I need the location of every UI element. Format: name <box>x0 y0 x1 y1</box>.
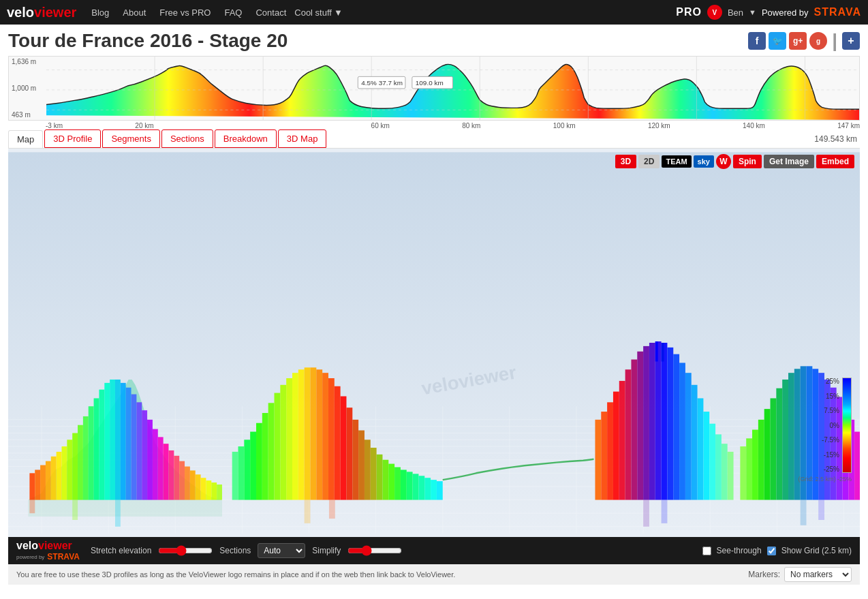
sections-select[interactable]: Auto Manual None <box>258 543 305 558</box>
svg-rect-133 <box>679 363 685 500</box>
svg-rect-95 <box>310 367 316 500</box>
svg-rect-96 <box>316 369 322 500</box>
bottom-bar: veloviewer powered by STRAVA Stretch ele… <box>8 537 860 564</box>
team-label: TEAM <box>662 155 691 168</box>
svg-rect-139 <box>715 434 722 500</box>
svg-rect-77 <box>211 482 217 500</box>
stretch-slider[interactable] <box>158 545 213 556</box>
facebook-icon[interactable]: f <box>748 32 766 50</box>
svg-rect-54 <box>89 406 94 500</box>
svg-rect-47 <box>51 457 57 500</box>
svg-rect-46 <box>46 461 51 500</box>
simplify-slider[interactable] <box>347 545 402 556</box>
tab-3d-map[interactable]: 3D Map <box>278 129 327 148</box>
cool-stuff-menu[interactable]: Cool stuff ▼ <box>294 7 343 18</box>
svg-rect-60 <box>121 383 126 500</box>
addbutton-icon[interactable]: + <box>842 32 860 50</box>
svg-rect-45 <box>40 465 46 500</box>
notice-text: You are free to use these 3D profiles as… <box>16 570 455 579</box>
powered-by-label: Powered by <box>762 7 809 18</box>
tab-segments[interactable]: Segments <box>102 129 160 148</box>
svg-rect-61 <box>126 388 131 500</box>
btn-spin[interactable]: Spin <box>733 155 762 168</box>
svg-rect-93 <box>298 369 305 500</box>
bottom-notice: You are free to use these 3D profiles as… <box>8 564 860 585</box>
tab-map[interactable]: Map <box>8 130 43 148</box>
svg-rect-141 <box>728 452 734 500</box>
logo-velo: velo <box>7 5 34 20</box>
svg-rect-58 <box>110 380 115 500</box>
svg-rect-88 <box>268 403 275 500</box>
svg-rect-136 <box>698 398 704 500</box>
bottom-logo: veloviewer powered by STRAVA <box>16 540 80 562</box>
svg-rect-98 <box>328 378 335 500</box>
svg-rect-90 <box>280 385 286 500</box>
btn-embed[interactable]: Embed <box>816 155 854 168</box>
bottom-right-controls: See-through Show Grid (2.5 km) <box>702 546 852 555</box>
svg-rect-117 <box>305 500 311 523</box>
svg-rect-50 <box>67 440 72 500</box>
social-icons: f 🐦 g+ g | + <box>748 30 860 52</box>
tab-breakdown[interactable]: Breakdown <box>215 129 277 148</box>
svg-rect-99 <box>335 386 341 500</box>
btn-3d[interactable]: 3D <box>615 155 636 168</box>
svg-rect-87 <box>262 413 268 500</box>
svg-rect-59 <box>115 380 121 500</box>
svg-rect-110 <box>401 470 407 500</box>
page-content: Tour de France 2016 - Stage 20 f 🐦 g+ g … <box>0 25 868 585</box>
svg-rect-108 <box>388 464 394 500</box>
tab-3d-profile[interactable]: 3D Profile <box>44 129 101 148</box>
svg-rect-111 <box>407 472 413 500</box>
markers-label: Markers: <box>748 570 780 579</box>
svg-rect-112 <box>413 474 419 500</box>
svg-rect-69 <box>168 450 174 500</box>
svg-rect-74 <box>196 474 201 500</box>
twitter-icon[interactable]: 🐦 <box>769 32 786 50</box>
btn-2d[interactable]: 2D <box>638 155 660 168</box>
nav-right: PRO V Ben ▼ Powered by STRAVA <box>676 5 861 20</box>
strava-brand: STRAVA <box>814 6 861 18</box>
googleshare-icon[interactable]: g <box>809 32 827 50</box>
see-through-checkbox[interactable] <box>702 547 711 555</box>
nav-freevspro[interactable]: Free vs PRO <box>154 7 216 18</box>
svg-rect-56 <box>99 390 104 500</box>
svg-rect-75 <box>201 478 206 500</box>
btn-get-image[interactable]: Get Image <box>764 155 814 168</box>
tab-sections[interactable]: Sections <box>161 129 213 148</box>
nav-blog[interactable]: Blog <box>86 7 114 18</box>
svg-rect-85 <box>250 431 256 500</box>
svg-rect-82 <box>232 452 238 500</box>
user-menu[interactable]: Ben <box>728 7 743 18</box>
page-title: Tour de France 2016 - Stage 20 <box>8 30 288 52</box>
site-logo[interactable]: veloviewer <box>7 5 76 20</box>
nav-contact[interactable]: Contact <box>250 7 292 18</box>
show-grid-checkbox[interactable] <box>767 547 776 555</box>
svg-rect-142 <box>655 341 658 361</box>
svg-rect-65 <box>147 420 153 500</box>
svg-rect-78 <box>217 485 222 500</box>
svg-rect-43 <box>29 473 35 500</box>
elevation-y-labels: 1,636 m 1,000 m 463 m <box>9 57 46 120</box>
navbar: veloviewer Blog About Free vs PRO FAQ Co… <box>0 0 868 25</box>
svg-rect-76 <box>206 480 211 500</box>
svg-rect-146 <box>740 446 746 500</box>
svg-rect-107 <box>382 460 388 500</box>
svg-rect-167 <box>818 500 824 520</box>
svg-rect-165 <box>854 431 860 500</box>
svg-rect-150 <box>764 409 771 500</box>
svg-rect-129 <box>655 341 662 500</box>
svg-rect-62 <box>131 395 137 500</box>
w-button[interactable]: W <box>716 154 731 169</box>
svg-rect-153 <box>782 380 788 500</box>
svg-rect-63 <box>136 402 142 500</box>
svg-rect-81 <box>115 500 121 527</box>
sky-label: sky <box>694 155 714 168</box>
nav-about[interactable]: About <box>117 7 151 18</box>
googleplus-icon[interactable]: g+ <box>789 32 807 50</box>
nav-faq[interactable]: FAQ <box>219 7 247 18</box>
svg-rect-89 <box>275 393 281 500</box>
markers-select[interactable]: No markers KM markers Mile markers <box>784 567 852 582</box>
svg-rect-148 <box>752 430 758 500</box>
svg-rect-55 <box>94 398 99 500</box>
svg-rect-49 <box>61 446 67 500</box>
